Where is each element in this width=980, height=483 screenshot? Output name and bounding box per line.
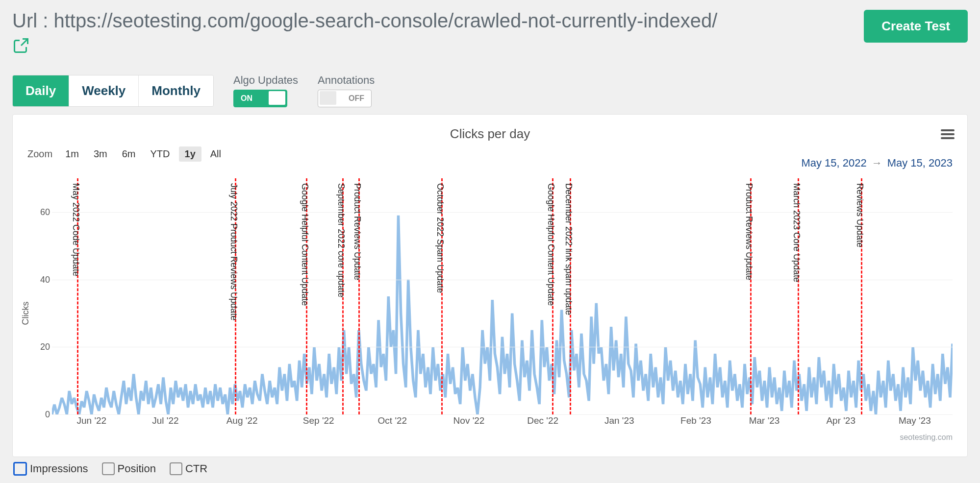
algo-update-label: September 2022 core update [336,183,346,297]
x-tick: Mar '23 [749,415,780,426]
date-to[interactable]: May 15, 2023 [887,157,953,169]
metric-checkboxes: ImpressionsPositionCTR [12,462,968,476]
create-test-button[interactable]: Create Test [864,10,968,43]
algo-update-label: Google Helpful Content Update [546,183,556,306]
plot-area[interactable]: May 2022 Code UpdateJuly 2022 Product Re… [52,178,953,414]
x-axis: Jun '22Jul '22Aug '22Sep '22Oct '22Nov '… [52,415,953,429]
algo-update-label: December 2022 link spam update [563,183,574,315]
zoom-1m[interactable]: 1m [59,146,85,162]
checkbox-icon [13,462,27,476]
x-tick: Jan '23 [604,415,634,426]
tab-monthly[interactable]: Monthly [139,75,213,106]
x-tick: Feb '23 [680,415,711,426]
algo-update-label: Product Reviews Update [744,183,754,280]
zoom-label: Zoom [27,148,52,160]
annotations-toggle-block: Annotations OFF [318,74,375,107]
annotations-label: Annotations [318,74,375,87]
header: Url : https://seotesting.com/google-sear… [12,10,968,56]
arrow-right-icon: → [872,157,882,169]
x-tick: Apr '23 [826,415,855,426]
metric-checkbox-position[interactable]: Position [102,462,156,475]
x-tick: Oct '22 [378,415,407,426]
app-root: Url : https://seotesting.com/google-sear… [0,0,980,483]
tab-daily[interactable]: Daily [13,75,69,106]
x-tick: Dec '22 [527,415,558,426]
zoom-3m[interactable]: 3m [88,146,113,162]
y-axis: Clicks 0204060 [28,178,50,414]
zoom-1y[interactable]: 1y [179,146,201,162]
gridline [52,212,953,213]
metric-checkbox-impressions[interactable]: Impressions [13,462,88,476]
algo-update-label: March 2023 Core Update [791,183,802,282]
y-tick: 40 [40,274,50,285]
algo-updates-label: Algo Updates [233,74,298,87]
x-tick: Sep '22 [303,415,334,426]
tab-weekly[interactable]: Weekly [69,75,139,106]
open-external-icon[interactable] [12,37,717,56]
x-tick: May '23 [899,415,931,426]
y-tick: 60 [40,207,50,217]
metric-checkbox-label: Position [118,462,156,475]
zoom-ytd[interactable]: YTD [145,146,176,162]
algo-update-label: Product Reviews Update [352,183,362,280]
clicks-line-series [52,178,953,414]
controls-row: DailyWeeklyMonthly Algo Updates ON Annot… [12,74,968,107]
chart-menu-icon[interactable] [941,127,955,141]
chart-title: Clicks per day [27,126,953,142]
x-tick: Jul '22 [152,415,178,426]
y-tick: 0 [45,410,50,420]
algo-update-label: Google Helpful Content Update [300,183,310,306]
algo-update-label: May 2022 Code Update [71,183,81,276]
algo-update-label: Reviews Update [854,183,865,247]
y-axis-label: Clicks [21,302,31,325]
gridline [52,280,953,280]
metric-checkbox-label: Impressions [30,462,88,475]
algo-update-label: July 2022 Product Reviews Update [228,183,239,320]
interval-tabs: DailyWeeklyMonthly [12,75,214,107]
algo-update-label: October 2022 Spam Update [435,183,445,293]
algo-updates-toggle[interactable]: ON [233,90,287,107]
page-url-title: Url : https://seotesting.com/google-sear… [12,10,717,32]
zoom-6m[interactable]: 6m [116,146,142,162]
metric-checkbox-label: CTR [185,462,207,475]
date-from[interactable]: May 15, 2022 [801,157,866,169]
date-range: May 15, 2022 → May 15, 2023 [801,157,953,169]
x-tick: Jun '22 [76,415,106,426]
annotations-toggle[interactable]: OFF [318,90,372,107]
y-tick: 20 [40,342,50,352]
x-tick: Aug '22 [226,415,258,426]
gridline [52,414,953,415]
zoom-all[interactable]: All [204,146,227,162]
gridline [52,347,953,347]
checkbox-icon [170,462,182,475]
metric-checkbox-ctr[interactable]: CTR [170,462,207,475]
checkbox-icon [102,462,115,475]
chart-credit: seotesting.com [900,433,953,442]
x-tick: Nov '22 [453,415,485,426]
chart-panel: Clicks per day Zoom 1m3m6mYTD1yAll May 1… [12,114,968,457]
algo-updates-toggle-block: Algo Updates ON [233,74,298,107]
